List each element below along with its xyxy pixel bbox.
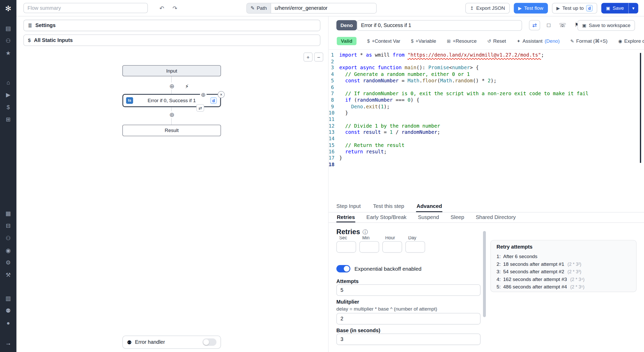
tab-test-this-step[interactable]: Test this step bbox=[373, 201, 405, 212]
test-flow-button[interactable]: ▶ Test flow bbox=[514, 3, 548, 13]
discord-icon[interactable]: ⚉ bbox=[0, 304, 16, 317]
subtab-sleep[interactable]: Sleep bbox=[450, 213, 464, 222]
subtab-shared-directory[interactable]: Shared Directory bbox=[475, 213, 516, 222]
code-editor[interactable]: 1import * as wmill from "https://deno.la… bbox=[329, 49, 644, 201]
retry-min-input[interactable] bbox=[359, 241, 379, 253]
toolbar-resource-button[interactable]: ⊞+Resource bbox=[447, 38, 477, 44]
trigger-bolt-icon[interactable]: ⚡ bbox=[184, 83, 190, 90]
workers-icon[interactable]: ⚒ bbox=[0, 269, 16, 281]
undo-icon: ↶ bbox=[159, 5, 164, 12]
attempts-input[interactable] bbox=[336, 284, 481, 296]
time-label-day: Day bbox=[405, 236, 428, 241]
info-icon[interactable]: ⓘ bbox=[362, 228, 368, 236]
square-icon[interactable]: □ bbox=[544, 21, 553, 30]
toolbar-variable-button[interactable]: $+Variable bbox=[411, 38, 436, 44]
windmill-logo-icon[interactable]: ✻ bbox=[0, 3, 16, 14]
path-input[interactable] bbox=[271, 3, 376, 13]
exponential-backoff-label: Exponential backoff enabled bbox=[354, 266, 421, 272]
toolbar-assistant-button[interactable]: ✦Assistant (Deno) bbox=[517, 38, 560, 44]
schedules-icon[interactable]: ▦ bbox=[0, 207, 16, 219]
flow-node-input[interactable]: Input bbox=[122, 65, 221, 76]
home-icon[interactable]: ⌂ bbox=[0, 76, 16, 89]
flow-summary-input[interactable] bbox=[23, 3, 148, 13]
code-line: 5 const randomNumber = Math.floor(Math.r… bbox=[329, 78, 644, 84]
subtab-retries[interactable]: Retries bbox=[336, 213, 355, 222]
path-edit-button[interactable]: ✎ Path bbox=[247, 3, 271, 13]
test-flow-label: Test flow bbox=[524, 5, 543, 11]
variables-icon[interactable]: $ bbox=[0, 101, 16, 113]
save-to-workspace-button[interactable]: ▣ Save to workspace bbox=[578, 20, 635, 31]
insert-step-icon[interactable]: ⊕ bbox=[168, 82, 175, 89]
code-line: 11 bbox=[329, 117, 644, 123]
retry-attempts-list: 1:After 6 seconds2:18 seconds after atte… bbox=[497, 253, 631, 291]
github-icon[interactable]: ● bbox=[0, 317, 16, 329]
toolbar-format-button[interactable]: ✎Format (⌘+S) bbox=[570, 38, 607, 44]
bug-icon: ⚉ bbox=[127, 339, 132, 345]
retry-day-input[interactable] bbox=[405, 241, 425, 253]
multiplier-input[interactable] bbox=[336, 313, 481, 325]
zoom-in-button[interactable]: + bbox=[303, 52, 312, 61]
toolbar-context-var-button[interactable]: $+Context Var bbox=[367, 38, 400, 44]
export-json-button[interactable]: ↥ Export JSON bbox=[465, 3, 510, 13]
delete-step-icon[interactable]: × bbox=[218, 91, 225, 98]
toolbar-reset-button[interactable]: ↺Reset bbox=[487, 38, 506, 44]
editor-toolbar: Valid $+Context Var$+Variable⊞+Resource↺… bbox=[329, 36, 644, 46]
audit-logs-icon[interactable]: ◉ bbox=[0, 244, 16, 257]
all-static-inputs-button[interactable]: $ All Static Inputs bbox=[23, 34, 320, 46]
save-dropdown-button[interactable]: ▾ bbox=[628, 3, 638, 13]
time-label-sec: Sec bbox=[336, 236, 359, 241]
restart-loop-icon[interactable]: ⇄ bbox=[529, 20, 540, 30]
retry-indicator-icon[interactable]: ⇄ bbox=[196, 104, 204, 112]
scrollbar-thumb[interactable] bbox=[483, 231, 486, 317]
docs-icon[interactable]: ▥ bbox=[0, 292, 16, 304]
flow-node-result[interactable]: Result bbox=[122, 125, 221, 136]
folders-icon[interactable]: ⊟ bbox=[0, 219, 16, 232]
multiplier-help-text: delay = multiplier * base ^ (number of a… bbox=[336, 306, 437, 312]
groups-icon[interactable]: ⚇ bbox=[0, 232, 16, 244]
export-icon: ↥ bbox=[470, 6, 474, 11]
test-up-to-button[interactable]: ▶ Test up to d bbox=[552, 3, 597, 13]
rail-group-top: ▤⚇★ bbox=[0, 22, 16, 59]
insert-step-icon[interactable]: ⊕ bbox=[168, 111, 175, 118]
redo-icon: ↷ bbox=[173, 5, 177, 12]
runs-icon[interactable]: ▶ bbox=[0, 89, 16, 101]
explore-icon: ◉ bbox=[618, 38, 622, 44]
line-number: 18 bbox=[329, 162, 339, 168]
retry-attempts-panel: Retry attempts 1:After 6 seconds2:18 sec… bbox=[490, 240, 637, 292]
save-icon: ▣ bbox=[606, 6, 610, 11]
settings-icon[interactable]: ⚙ bbox=[0, 256, 16, 269]
redo-button[interactable]: ↷ bbox=[170, 4, 180, 13]
toggle-knob bbox=[203, 339, 209, 345]
resources-icon[interactable]: ⊞ bbox=[0, 113, 16, 126]
step-title-input[interactable] bbox=[357, 20, 522, 31]
base-input[interactable] bbox=[336, 333, 481, 345]
apps-icon[interactable]: ▤ bbox=[0, 22, 16, 34]
subtab-early-stop-break[interactable]: Early Stop/Break bbox=[366, 213, 407, 222]
expand-sidebar-icon[interactable]: → bbox=[0, 337, 16, 348]
subtab-suspend[interactable]: Suspend bbox=[418, 213, 439, 222]
tab-advanced[interactable]: Advanced bbox=[416, 201, 442, 212]
zoom-out-button[interactable]: − bbox=[314, 52, 323, 61]
toolbar-explore-button[interactable]: ◉Explore other s bbox=[618, 38, 644, 44]
save-button[interactable]: ▣ Save bbox=[601, 3, 629, 13]
context-var-icon: $ bbox=[367, 39, 370, 43]
windmill-flow-editor: ✻ ▤⚇★ ⌂▶$⊞ ▦⊟⚇◉⚙⚒ ▥⚉● → ↶ ↷ ✎ Path ↥ Exp… bbox=[0, 0, 644, 352]
webhook-phone-icon[interactable]: ☏ bbox=[558, 21, 567, 30]
step-tabs: Step InputTest this stepAdvanced bbox=[329, 201, 644, 213]
reset-icon: ↺ bbox=[487, 38, 491, 44]
flow-settings-button[interactable]: ≣ Settings bbox=[23, 20, 320, 31]
top-bar: ↶ ↷ ✎ Path ↥ Export JSON ▶ Test flow ▶ T… bbox=[16, 0, 644, 16]
retry-hour-input[interactable] bbox=[382, 241, 402, 253]
retry-sec-input[interactable] bbox=[336, 241, 356, 253]
retry-attempt-row: 2:18 seconds after attempt #1(2 * 3²) bbox=[497, 260, 631, 268]
pencil-icon: ✎ bbox=[251, 5, 255, 11]
error-handler-toggle[interactable] bbox=[202, 338, 216, 346]
save-split-button: ▣ Save ▾ bbox=[601, 3, 638, 13]
top-bar-actions: ↥ Export JSON ▶ Test flow ▶ Test up to d… bbox=[465, 3, 638, 13]
user-icon[interactable]: ⚇ bbox=[0, 34, 16, 47]
favorites-icon[interactable]: ★ bbox=[0, 47, 16, 59]
exponential-backoff-toggle[interactable] bbox=[336, 265, 350, 272]
move-step-icon[interactable]: ⊕ bbox=[200, 92, 207, 98]
undo-button[interactable]: ↶ bbox=[157, 4, 167, 13]
tab-step-input[interactable]: Step Input bbox=[336, 201, 361, 212]
